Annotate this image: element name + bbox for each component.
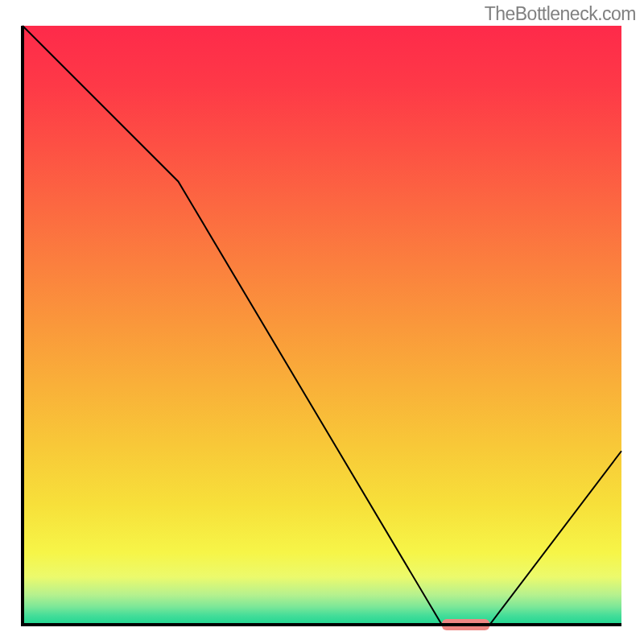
bottleneck-chart bbox=[0, 0, 644, 644]
chart-container: TheBottleneck.com bbox=[0, 0, 644, 644]
attribution-text: TheBottleneck.com bbox=[485, 3, 636, 25]
